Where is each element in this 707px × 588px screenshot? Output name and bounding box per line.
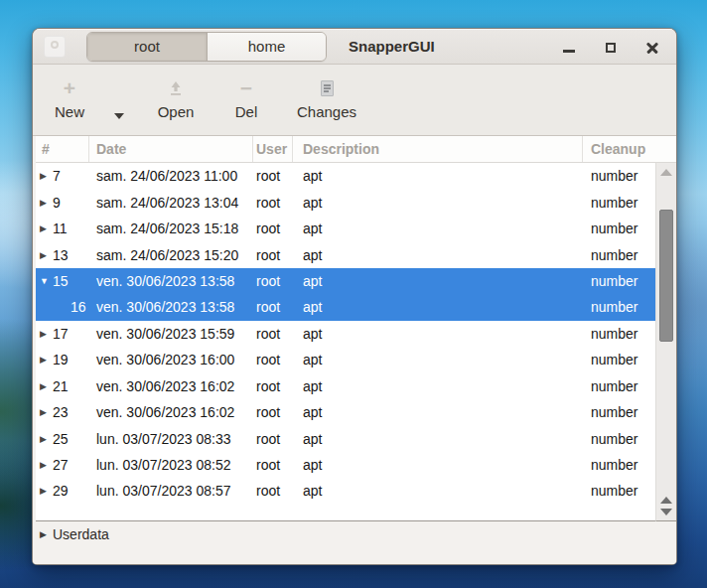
userdata-label: Userdata <box>53 526 109 542</box>
table-row[interactable]: ▶ 27 lun. 03/07/2023 08:52 root apt numb… <box>36 452 655 478</box>
new-dropdown-button[interactable] <box>102 71 136 131</box>
maximize-button[interactable] <box>599 34 623 60</box>
row-num-cell: ▶ 17 <box>36 321 89 347</box>
table-row[interactable]: ▶ 13 sam. 24/06/2023 15:20 root apt numb… <box>36 241 655 267</box>
changes-button[interactable]: Changes <box>288 71 365 131</box>
column-header-user[interactable]: User <box>253 136 293 162</box>
row-cleanup: number <box>583 268 655 294</box>
minus-icon: − <box>240 78 252 98</box>
row-num-cell: ▶ 11 <box>36 216 89 241</box>
maximize-icon <box>606 43 616 53</box>
row-expander-icon[interactable]: ▶ <box>40 460 53 470</box>
row-user: root <box>253 241 293 267</box>
row-num: 29 <box>53 483 69 499</box>
row-user: root <box>253 294 293 320</box>
row-user: root <box>253 347 293 372</box>
table-row[interactable]: ▼ 15 ven. 30/06/2023 13:58 root apt numb… <box>36 268 655 294</box>
column-header-date[interactable]: Date <box>89 136 253 162</box>
row-cleanup: number <box>583 425 655 451</box>
row-description: apt <box>293 163 583 189</box>
open-button-label: Open <box>158 102 195 122</box>
row-expander-icon[interactable]: ▶ <box>40 486 53 496</box>
row-expander-icon[interactable]: ▶ <box>40 198 53 208</box>
changes-document-icon <box>321 80 334 96</box>
scrollbar-thumb[interactable] <box>659 210 673 342</box>
table-row[interactable]: ▶ 23 ven. 30/06/2023 16:02 root apt numb… <box>36 399 655 425</box>
open-button[interactable]: Open <box>147 71 205 131</box>
row-description: apt <box>293 294 583 320</box>
new-button[interactable]: + New <box>45 71 94 131</box>
row-description: apt <box>293 399 583 425</box>
row-expander-icon[interactable]: ▶ <box>40 171 53 181</box>
scroll-up-icon[interactable] <box>660 169 672 176</box>
toolbar: + New Open − Del Changes <box>33 65 676 136</box>
tab-root[interactable]: root <box>87 33 207 61</box>
row-user: root <box>253 268 293 294</box>
row-description: apt <box>293 425 583 451</box>
table-row[interactable]: ▶ 7 sam. 24/06/2023 11:00 root apt numbe… <box>36 163 655 189</box>
row-num: 25 <box>53 431 69 447</box>
row-date: ven. 30/06/2023 15:59 <box>89 321 253 347</box>
camera-lens-icon <box>51 41 59 49</box>
tab-home[interactable]: home <box>207 33 326 61</box>
column-header-description[interactable]: Description <box>293 136 583 162</box>
close-icon <box>646 42 658 54</box>
minimize-icon <box>563 50 575 53</box>
window-controls <box>557 29 664 65</box>
app-icon[interactable] <box>44 36 66 58</box>
column-header-cleanup[interactable]: Cleanup <box>583 136 676 162</box>
row-num-cell: ▶ 25 <box>36 425 89 451</box>
row-expander-icon[interactable]: ▶ <box>40 250 53 260</box>
column-header-num[interactable]: # <box>36 136 89 162</box>
table-header: # Date User Description Cleanup <box>36 136 676 163</box>
row-description: apt <box>293 216 583 241</box>
row-date: sam. 24/06/2023 15:20 <box>89 241 253 267</box>
row-expander-icon[interactable]: ▼ <box>40 276 53 286</box>
open-icon <box>167 74 185 102</box>
vertical-scrollbar[interactable] <box>655 163 676 521</box>
userdata-expander[interactable]: ▶ Userdata <box>33 521 676 548</box>
new-button-label: New <box>55 102 84 122</box>
row-user: root <box>253 425 293 451</box>
table-body: ▶ 7 sam. 24/06/2023 11:00 root apt numbe… <box>36 163 655 521</box>
row-description: apt <box>293 189 583 215</box>
row-expander-icon[interactable]: ▶ <box>40 355 53 365</box>
row-num-cell: ▶ 21 <box>36 373 89 399</box>
del-button[interactable]: − Del <box>222 71 270 131</box>
table-row[interactable]: ▶ 17 ven. 30/06/2023 15:59 root apt numb… <box>36 321 655 347</box>
titlebar: root home SnapperGUI <box>33 29 676 65</box>
minimize-button[interactable] <box>557 34 581 60</box>
table-row[interactable]: 16 ven. 30/06/2023 13:58 root apt number <box>36 294 655 320</box>
row-user: root <box>253 321 293 347</box>
row-expander-icon[interactable]: ▶ <box>40 407 53 417</box>
row-date: ven. 30/06/2023 16:02 <box>89 373 253 399</box>
del-button-label: Del <box>235 102 258 122</box>
config-tab-group: root home <box>86 32 327 62</box>
scroll-down-icon[interactable] <box>660 509 672 515</box>
table-row[interactable]: ▶ 29 lun. 03/07/2023 08:57 root apt numb… <box>36 478 655 504</box>
row-date: ven. 30/06/2023 13:58 <box>89 294 253 320</box>
row-num-cell: ▶ 19 <box>36 347 89 372</box>
row-date: lun. 03/07/2023 08:33 <box>89 425 253 451</box>
row-cleanup: number <box>583 294 655 320</box>
row-cleanup: number <box>583 163 655 189</box>
close-button[interactable] <box>640 34 664 60</box>
table-row[interactable]: ▶ 19 ven. 30/06/2023 16:00 root apt numb… <box>36 347 655 372</box>
row-expander-icon[interactable]: ▶ <box>40 434 53 444</box>
scroll-up-bottom-icon[interactable] <box>660 497 672 504</box>
table-row[interactable]: ▶ 9 sam. 24/06/2023 13:04 root apt numbe… <box>36 189 655 215</box>
row-expander-icon[interactable]: ▶ <box>40 223 53 233</box>
row-date: lun. 03/07/2023 08:52 <box>89 452 253 478</box>
table-row[interactable]: ▶ 25 lun. 03/07/2023 08:33 root apt numb… <box>36 425 655 451</box>
row-date: ven. 30/06/2023 13:58 <box>89 268 253 294</box>
row-expander-icon[interactable]: ▶ <box>40 329 53 339</box>
row-expander-icon[interactable]: ▶ <box>40 381 53 391</box>
row-num-cell: ▶ 23 <box>36 399 89 425</box>
table-row[interactable]: ▶ 11 sam. 24/06/2023 15:18 root apt numb… <box>36 216 655 241</box>
row-user: root <box>253 189 293 215</box>
window-title: SnapperGUI <box>349 38 435 55</box>
table-row[interactable]: ▶ 21 ven. 30/06/2023 16:02 root apt numb… <box>36 373 655 399</box>
row-num-cell: ▶ 7 <box>36 163 89 189</box>
row-date: sam. 24/06/2023 11:00 <box>89 163 253 189</box>
changes-button-label: Changes <box>297 102 356 122</box>
